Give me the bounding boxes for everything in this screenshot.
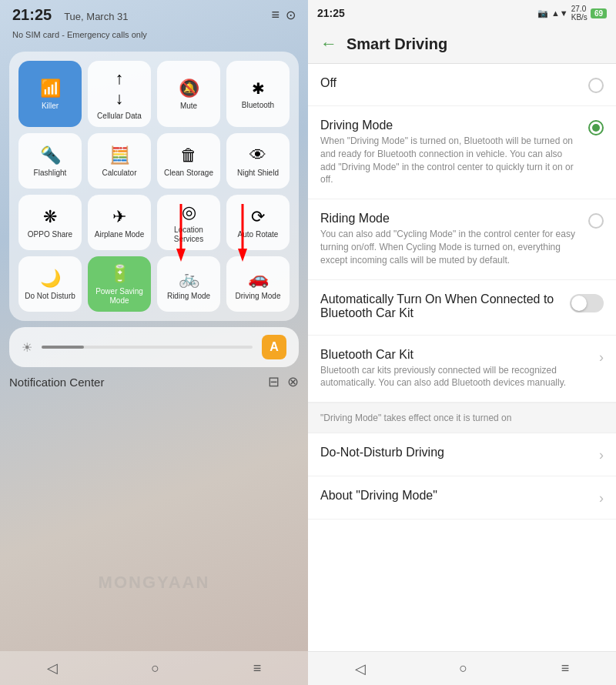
driving-icon: 🚗 [248, 269, 269, 289]
right-bottom-nav: ◁ ○ ≡ [308, 651, 616, 685]
left-bottom-nav: ◁ ○ ≡ [0, 651, 308, 685]
back-nav-right[interactable]: ◁ [355, 660, 366, 677]
recents-nav-left[interactable]: ≡ [253, 660, 262, 677]
qs-label-rotate: Auto Rotate [238, 230, 279, 239]
chevron-bt-kit: › [599, 349, 604, 366]
qs-label-mute: Mute [180, 102, 197, 111]
quick-settings-panel: 📶 Killer ↑↓ Cellular Data 🔕 Mute ✱ Bluet… [9, 52, 299, 321]
right-status-icons: 📷 ▲▼ 27.0KB/s 69 [537, 5, 607, 22]
toggle-auto-bt[interactable] [570, 294, 604, 312]
setting-riding-title: Riding Mode [320, 212, 579, 226]
setting-off-title: Off [320, 76, 579, 90]
setting-off[interactable]: Off [308, 64, 616, 106]
qs-tile-cellular[interactable]: ↑↓ Cellular Data [88, 61, 151, 127]
left-status-icons: ≡ ⊙ [271, 7, 296, 23]
setting-riding-mode[interactable]: Riding Mode You can also add "Cycling Mo… [308, 199, 616, 279]
qs-label-night-shield: Night Shield [237, 169, 279, 178]
qs-tile-airplane[interactable]: ✈ Airplane Mode [88, 195, 151, 250]
qs-label-bluetooth: Bluetooth [242, 101, 274, 110]
camera-icon: ⊙ [286, 8, 296, 22]
qs-label-killer: Killer [42, 102, 59, 111]
right-time: 21:25 [317, 7, 345, 19]
brightness-fill [42, 346, 84, 349]
power-saving-icon: 🔋 [109, 264, 130, 284]
left-time: 21:25 [12, 6, 52, 24]
radio-off[interactable] [588, 78, 604, 93]
setting-driving-desc: When "Driving Mode" is turned on, Blueto… [320, 135, 579, 186]
notification-center-label: Notification Center [9, 376, 104, 389]
setting-about-driving-text: About "Driving Mode" [320, 489, 599, 505]
qs-tile-clean-storage[interactable]: 🗑 Clean Storage [157, 133, 220, 189]
driving-mode-note: "Driving Mode" takes effect once it is t… [308, 403, 616, 433]
setting-driving-mode[interactable]: Driving Mode When "Driving Mode" is turn… [308, 106, 616, 199]
qs-label-dnd: Do Not Disturb [25, 292, 75, 301]
setting-about-driving[interactable]: About "Driving Mode" › [308, 476, 616, 520]
qs-tile-riding[interactable]: 🚲 Riding Mode [157, 256, 220, 312]
setting-driving-text: Driving Mode When "Driving Mode" is turn… [320, 119, 588, 186]
riding-icon: 🚲 [179, 269, 199, 289]
radio-driving[interactable] [588, 120, 604, 135]
home-nav-left[interactable]: ○ [151, 660, 159, 677]
radio-riding[interactable] [588, 213, 604, 229]
qs-tile-power-saving[interactable]: 🔋 Power Saving Mode [88, 256, 151, 312]
left-status-bar: 21:25 Tue, March 31 ≡ ⊙ [0, 0, 308, 27]
setting-bt-kit-text: Bluetooth Car Kit Bluetooth car kits pre… [320, 348, 599, 390]
qs-tile-mute[interactable]: 🔕 Mute [157, 61, 220, 127]
clean-storage-icon: 🗑 [180, 145, 197, 165]
setting-off-text: Off [320, 76, 588, 92]
dnd-icon: 🌙 [40, 269, 61, 289]
setting-auto-bt[interactable]: Automatically Turn On When Connected to … [308, 280, 616, 336]
location-icon: ◎ [182, 202, 196, 222]
brightness-bar[interactable] [42, 346, 253, 349]
no-sim-text: No SIM card - Emergency calls only [0, 27, 308, 45]
qs-label-location: Location Services [160, 226, 217, 244]
qs-label-driving: Driving Mode [236, 292, 281, 301]
setting-dnd-driving-text: Do-Not-Disturb Driving [320, 446, 599, 462]
wifi-icon: 📶 [40, 79, 61, 99]
qs-tile-location[interactable]: ◎ Location Services [157, 195, 220, 250]
recents-nav-right[interactable]: ≡ [561, 660, 570, 677]
settings-list: Off Driving Mode When "Driving Mode" is … [308, 64, 616, 651]
setting-about-driving-title: About "Driving Mode" [320, 489, 590, 503]
qs-tile-driving[interactable]: 🚗 Driving Mode [226, 256, 290, 312]
qs-tile-night-shield[interactable]: 👁 Night Shield [226, 133, 290, 189]
left-date: Tue, March 31 [64, 11, 128, 22]
flashlight-icon: 🔦 [40, 145, 61, 165]
setting-riding-text: Riding Mode You can also add "Cycling Mo… [320, 212, 588, 266]
qs-label-airplane: Airplane Mode [95, 230, 144, 239]
qs-tile-oppo-share[interactable]: ❋ OPPO Share [18, 195, 82, 250]
qs-tile-dnd[interactable]: 🌙 Do Not Disturb [18, 256, 82, 312]
setting-driving-title: Driving Mode [320, 119, 579, 132]
setting-dnd-driving-title: Do-Not-Disturb Driving [320, 446, 590, 459]
back-arrow[interactable]: ← [320, 34, 337, 54]
camera-status-icon: 📷 [537, 8, 548, 18]
watermark: MONGYAAN [99, 573, 210, 593]
bluetooth-icon: ✱ [252, 79, 265, 98]
right-status-bar: 21:25 📷 ▲▼ 27.0KB/s 69 [308, 0, 616, 26]
qs-label-power-saving: Power Saving Mode [91, 287, 148, 306]
calculator-icon: 🧮 [109, 145, 130, 165]
chevron-about-driving: › [599, 490, 604, 506]
qs-tile-calculator[interactable]: 🧮 Calculator [88, 133, 151, 189]
brightness-icon: ☀ [22, 340, 32, 355]
qs-label-clean-storage: Clean Storage [164, 169, 213, 178]
qs-tile-rotate[interactable]: ⟳ Auto Rotate [226, 195, 290, 250]
night-shield-icon: 👁 [249, 145, 266, 165]
qs-tile-flashlight[interactable]: 🔦 Flashlight [18, 133, 82, 189]
brightness-row: ☀ A [9, 327, 299, 367]
qs-tile-killer[interactable]: 📶 Killer [18, 61, 82, 127]
notif-list-icon[interactable]: ⊟ [268, 373, 280, 390]
setting-auto-bt-text: Automatically Turn On When Connected to … [320, 292, 570, 322]
home-nav-right[interactable]: ○ [459, 660, 467, 677]
setting-bt-kit[interactable]: Bluetooth Car Kit Bluetooth car kits pre… [308, 336, 616, 403]
qs-label-riding: Riding Mode [167, 292, 210, 301]
qs-tile-bluetooth[interactable]: ✱ Bluetooth [226, 61, 290, 127]
speed-text: 27.0KB/s [571, 5, 588, 22]
back-nav-left[interactable]: ◁ [47, 660, 58, 677]
notif-clear-icon[interactable]: ⊗ [287, 373, 299, 390]
list-icon: ≡ [271, 7, 280, 23]
qs-label-flashlight: Flashlight [34, 169, 67, 178]
left-panel: 21:25 Tue, March 31 ≡ ⊙ No SIM card - Em… [0, 0, 308, 685]
notification-center-row: Notification Center ⊟ ⊗ [9, 373, 299, 390]
setting-dnd-driving[interactable]: Do-Not-Disturb Driving › [308, 433, 616, 476]
